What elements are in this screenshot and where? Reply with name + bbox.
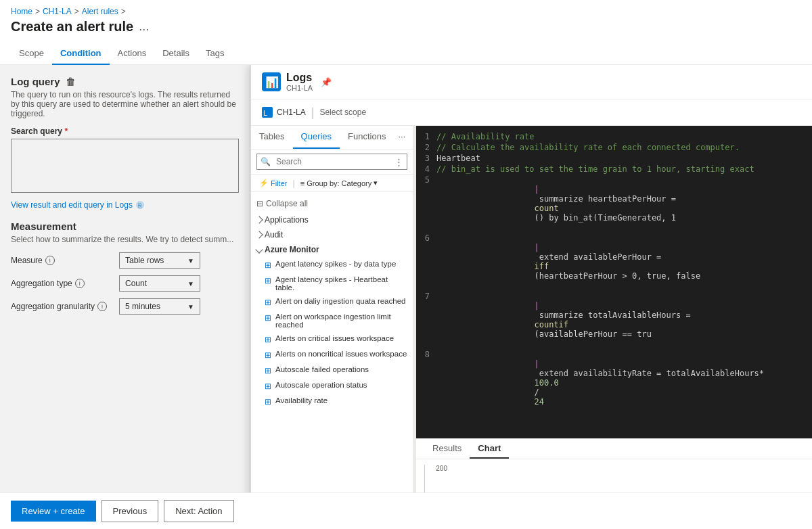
list-item[interactable]: ⊞ Alert on workspace ingestion limit rea… xyxy=(251,310,413,331)
table-icon: ⊞ xyxy=(265,276,271,285)
table-icon: ⊞ xyxy=(265,382,271,391)
overlay-panel: 📊 Logs CH1-LA 📌 xyxy=(0,65,812,492)
list-item[interactable]: ⊞ Availability rate xyxy=(251,394,413,409)
search-icon: 🔍 xyxy=(261,157,271,166)
table-icon: ⊞ xyxy=(265,366,271,375)
page-title-row: Create an alert rule ... xyxy=(0,19,812,43)
list-item[interactable]: ⊞ Agent latency spikes - Heartbeat table… xyxy=(251,273,413,294)
logs-header: 📊 Logs CH1-LA 📌 xyxy=(251,65,812,99)
chart-container: 200 100 0 totalAvailableHours xyxy=(424,465,812,492)
list-item[interactable]: ⊞ Autoscale failed operations xyxy=(251,363,413,378)
breadcrumb-alert-rules[interactable]: Alert rules xyxy=(82,7,118,16)
code-line-4: 4 // bin_at is used to set the time grai… xyxy=(416,164,812,175)
results-tabs: Results Chart xyxy=(416,439,812,459)
y-axis-200: 200 xyxy=(436,465,447,472)
logs-panel: 📊 Logs CH1-LA 📌 xyxy=(250,65,812,492)
tab-actions[interactable]: Actions xyxy=(110,43,155,65)
next-button[interactable]: Next: Action xyxy=(164,500,233,522)
table-icon: ⊞ xyxy=(265,298,271,307)
tab-tags[interactable]: Tags xyxy=(198,43,232,65)
svg-text:📊: 📊 xyxy=(265,76,279,89)
tree-category-applications[interactable]: Applications xyxy=(251,212,413,227)
logs-panel-wrapper: 📊 Logs CH1-LA 📌 xyxy=(250,65,812,492)
tabs-row: Scope Condition Actions Details Tags xyxy=(0,43,812,65)
filter-button[interactable]: ⚡ Filter xyxy=(256,177,290,189)
chevron-down-icon xyxy=(255,246,263,253)
bars-container xyxy=(424,465,812,492)
collapse-all-button[interactable]: ⊟ Collapse all xyxy=(251,195,413,212)
tab-queries[interactable]: Queries xyxy=(293,126,340,149)
page-title: Create an alert rule xyxy=(11,19,133,34)
logs-filter-row: ⚡ Filter | ≡ Group by: Category ▾ xyxy=(251,175,413,192)
logs-title-group: Logs CH1-LA xyxy=(286,72,313,92)
breadcrumb-ch1la[interactable]: CH1-LA xyxy=(43,7,72,16)
code-line-2: 2 // Calculate the availability rate of … xyxy=(416,142,812,153)
chevron-right-icon xyxy=(255,231,263,238)
list-item[interactable]: ⊞ Alerts on noncritical issues workspace xyxy=(251,347,413,363)
group-by-button[interactable]: ≡ Group by: Category ▾ xyxy=(298,177,380,189)
chart-area: 200 100 0 totalAvailableHours xyxy=(416,459,812,492)
tab-condition[interactable]: Condition xyxy=(52,43,110,65)
logs-app-icon: 📊 xyxy=(262,72,281,91)
search-options-icon[interactable]: ⋮ xyxy=(394,157,403,167)
collapse-icon: ⊟ xyxy=(256,199,263,208)
ellipsis-button[interactable]: ... xyxy=(139,20,149,34)
table-icon: ⊞ xyxy=(265,350,271,360)
previous-button[interactable]: Previous xyxy=(102,500,159,522)
logs-search: 🔍 ⋮ xyxy=(251,150,413,175)
group-icon: ≡ xyxy=(300,179,304,187)
tab-scope[interactable]: Scope xyxy=(11,43,52,65)
group-chevron-icon: ▾ xyxy=(374,179,378,187)
tab-details[interactable]: Details xyxy=(154,43,198,65)
list-item[interactable]: ⊞ Alert on daliy ingestion quata reached xyxy=(251,294,413,310)
results-area: Results Chart 200 xyxy=(416,438,812,492)
breadcrumb-home[interactable]: Home xyxy=(11,7,32,16)
select-scope-label[interactable]: Select scope xyxy=(319,108,366,117)
logs-right: 1 // Availability rate 2 // Calculate th… xyxy=(416,126,812,492)
main-container: Home > CH1-LA > Alert rules > Create an … xyxy=(0,0,812,529)
table-icon: ⊞ xyxy=(265,260,271,270)
review-create-button[interactable]: Review + create xyxy=(11,501,96,522)
code-line-5: 5 | summarize heartbeatPerHour = count (… xyxy=(416,175,812,233)
svg-text:L: L xyxy=(263,109,267,117)
tab-functions[interactable]: Functions xyxy=(340,126,394,149)
more-tabs-button[interactable]: ··· xyxy=(394,126,409,149)
logs-title: Logs xyxy=(286,72,313,84)
y-axis: 200 100 0 xyxy=(424,465,450,492)
logs-search-input[interactable] xyxy=(256,154,407,170)
overlay-spacer xyxy=(0,65,250,492)
logs-toolbar: L CH1-LA | Select scope ▶ Run Time range… xyxy=(251,99,812,126)
code-line-3: 3 Heartbeat xyxy=(416,153,812,164)
list-item[interactable]: ⊞ Autoscale operation status xyxy=(251,378,413,394)
list-item[interactable]: ⊞ Agent latency spikes - by data type xyxy=(251,257,413,273)
workspace-icon: L xyxy=(262,107,273,118)
logs-sidebar-tabs: Tables Queries Functions ··· » xyxy=(251,126,413,150)
results-tab-results[interactable]: Results xyxy=(424,439,470,459)
results-tab-chart[interactable]: Chart xyxy=(470,439,509,459)
code-line-1: 1 // Availability rate xyxy=(416,131,812,142)
tab-tables[interactable]: Tables xyxy=(251,126,293,149)
logs-sidebar: Tables Queries Functions ··· » 🔍 ⋮ xyxy=(251,126,413,492)
tree-category-audit[interactable]: Audit xyxy=(251,227,413,242)
pin-icon[interactable]: 📌 xyxy=(321,77,332,87)
breadcrumb: Home > CH1-LA > Alert rules > xyxy=(0,0,812,19)
filter-icon: ⚡ xyxy=(259,179,269,187)
chevron-right-icon xyxy=(255,216,263,223)
code-line-6: 6 | extend availablePerHour = iff (heart… xyxy=(416,233,812,291)
logs-subtitle: CH1-LA xyxy=(286,84,313,92)
table-icon: ⊞ xyxy=(265,313,271,323)
editor-more-options[interactable]: ··· xyxy=(416,417,812,433)
bottom-bar: Review + create Previous Next: Action xyxy=(0,492,812,529)
table-icon: ⊞ xyxy=(265,335,271,344)
logs-body: Tables Queries Functions ··· » 🔍 ⋮ xyxy=(251,126,812,492)
logs-editor[interactable]: 1 // Availability rate 2 // Calculate th… xyxy=(416,126,812,438)
tree-category-azure-monitor[interactable]: Azure Monitor xyxy=(251,242,413,257)
table-icon: ⊞ xyxy=(265,397,271,407)
workspace-badge: L CH1-LA xyxy=(262,107,306,118)
content-area: Log query 🗑 The query to run on this res… xyxy=(0,65,812,492)
code-line-7: 7 | summarize totalAvailableHours = coun… xyxy=(416,291,812,349)
logs-tree: ⊟ Collapse all Applications xyxy=(251,192,413,492)
code-line-8: 8 | extend availabilityRate = totalAvail… xyxy=(416,349,812,417)
list-item[interactable]: ⊞ Alerts on critical issues workspace xyxy=(251,331,413,347)
